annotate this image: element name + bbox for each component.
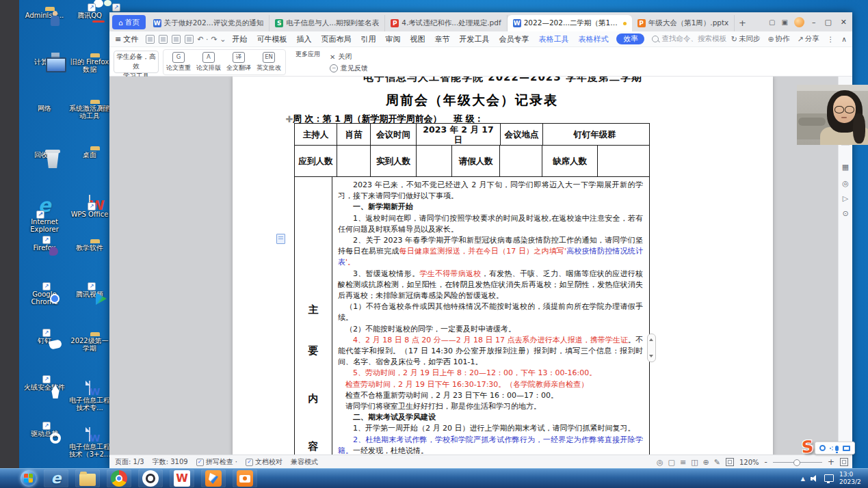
table-header-cell[interactable]: 实到人数 [371,146,417,176]
taskbar-button-screen-capture[interactable] [233,470,257,487]
maximize-button[interactable]: ▢ [823,18,832,27]
zoom-out-button[interactable]: - [765,457,767,467]
zoom-level[interactable]: 120% [739,459,759,466]
table-blank-cell[interactable] [598,146,645,176]
view-mode-icon-4[interactable]: ⊕ [703,458,709,467]
menu-action-分享[interactable]: ↗分享 [798,34,819,44]
options-dots-icon[interactable] [830,448,831,449]
redo-icon[interactable]: ↷ ⌄ [211,35,226,44]
page-scroll-pill[interactable] [647,334,656,362]
microphone-icon[interactable] [835,446,839,451]
table-blank-cell[interactable] [417,146,452,176]
avatar[interactable] [794,17,804,27]
menu-item-可牛模板[interactable]: 可牛模板 [252,34,291,44]
table-header-cell[interactable]: 会议时间 [371,124,417,145]
table-header-cell[interactable]: 应到人数 [295,146,337,176]
table-blank-cell[interactable] [500,146,542,176]
desktop-icon[interactable]: 计算机 [23,56,66,66]
save-icon[interactable] [146,35,155,44]
desktop-icon[interactable]: ↗ [93,10,135,12]
menu-item-表格样式[interactable]: 表格样式 [573,34,613,44]
desktop-icon[interactable]: 电子信息工程技术（3+2... [68,428,111,458]
table-header-cell[interactable]: 钉钉年级群 [543,124,646,145]
desktop-icon[interactable]: 网络 [23,103,66,112]
grid-icon[interactable]: ▣ [781,18,787,26]
document-tab-active[interactable]: W2022—202...二学期（第1周） [508,15,632,31]
taskbar-button-chrome[interactable] [107,470,131,487]
zoom-in-button[interactable]: + [828,457,834,467]
table-header-cell[interactable]: 肖苗 [337,124,371,145]
menu-item-表格工具[interactable]: 表格工具 [534,34,573,44]
more-menu-icon[interactable]: ⋮ [827,35,834,43]
new-tab-button[interactable]: + [735,15,750,31]
tab-home[interactable]: ⌂首页 [112,15,146,29]
statusbar-item[interactable]: ✓拼写检查 · [196,457,237,467]
menu-item-审阅[interactable]: 审阅 [380,34,405,44]
desktop-icon[interactable]: ↗驱动总裁 [23,428,66,437]
statusbar-item[interactable]: 兼容模式 [291,457,318,467]
ribbon-button-英文批改[interactable]: EN英文批改 [254,50,284,74]
statusbar-item[interactable]: 字数: 3109 [153,457,188,467]
menu-item-开始[interactable]: 开始 [227,34,252,44]
desktop-icon[interactable]: 旧的 Firefox 数据 [68,56,111,73]
table-header-cell[interactable]: 主持人 [295,124,337,145]
desktop-icon[interactable]: ↗Firefox [23,242,66,252]
undo-icon[interactable]: ↶ · [197,35,208,44]
menu-item-开发工具[interactable]: 开发工具 [454,34,494,44]
file-menu[interactable]: ≡文件 [109,34,144,44]
document-tab[interactable]: W关于做好202...评议党员的通知 [148,15,270,31]
menu-item-效率[interactable]: 效率 [616,33,644,44]
zoom-slider-knob[interactable] [793,459,800,466]
menu-action-协作[interactable]: ⊕协作 [767,34,789,44]
view-mode-icon-1[interactable]: ▢ [668,458,675,467]
menu-item-页面布局[interactable]: 页面布局 [316,34,356,44]
side-tool-icon-2[interactable]: ▷ [839,194,852,203]
tray-expand-icon[interactable]: ▲ [801,476,805,482]
document-tab[interactable]: P年级大会（第1周）.pptx [632,15,735,31]
desktop-icon[interactable]: ↗火绒安全软件 [23,381,66,391]
command-search[interactable]: 查找命令、搜索模板 [652,34,726,44]
table-header-cell[interactable]: 会议地点 [501,124,543,145]
tray-clock[interactable]: 13:0 2023/2 [839,471,868,486]
network-tray-icon[interactable] [824,474,834,482]
feedback-button[interactable]: −意见反馈 [330,64,368,73]
desktop-icon[interactable]: ↗钉钉 [23,335,66,344]
view-mode-icon-3[interactable]: ◫ [691,458,698,467]
document-tab[interactable]: P4.考试违纪和作...处理规定.pdf [385,15,507,31]
export-icon[interactable] [159,35,168,44]
desktop-icon[interactable]: ↗Google Chrome [23,288,66,306]
minimize-button[interactable]: – [811,18,817,27]
desktop-icon[interactable]: 回收站 [23,149,66,159]
desktop-icon[interactable]: ↗腾讯视频 [68,288,111,298]
statusbar-item[interactable]: ✓文档校对 [246,457,282,467]
view-mode-icon-0[interactable]: ◎ [657,458,663,467]
fullscreen-icon[interactable] [840,458,848,466]
recorder-logo[interactable]: S [802,438,814,456]
more-apps-button[interactable]: 更多应用 [293,50,323,59]
view-mode-icon-5[interactable]: ✎ [714,458,720,467]
paste-options-icon[interactable] [276,234,285,244]
side-tool-icon-3[interactable]: ⊙ [839,209,852,218]
meeting-record-table[interactable]: 主持人肖苗会议时间2023 年 2 月 17 日会议地点钉钉年级群 应到人数实到… [294,123,650,455]
ribbon-close-button[interactable]: ✕关闭 [330,52,352,62]
menu-item-引用[interactable]: 引用 [356,34,380,44]
taskbar-button-ie[interactable]: e [44,470,68,487]
layout-icon[interactable]: ▢ [769,18,775,26]
start-button[interactable] [21,470,37,487]
preview-icon[interactable] [185,35,194,44]
zoom-slider[interactable] [773,462,822,463]
table-header-cell[interactable]: 缺席人数 [542,146,598,176]
menu-item-视图[interactable]: 视图 [405,34,430,44]
document-page[interactable]: 电子信息与人工智能学院 2022—2023 学年度第二学期 周前会（年级大会）记… [233,77,773,455]
main-content-cell[interactable]: 2023 年已来，不知不觉已经进入 2 月下旬，同学们即将迈入大一下学期展开新的… [332,177,649,455]
desktop-icon[interactable]: Administr... [23,10,66,19]
menu-item-章节[interactable]: 章节 [430,34,454,44]
side-tool-icon-0[interactable]: ▦ [839,163,852,172]
taskbar-button-file-explorer[interactable] [75,470,100,487]
side-tool-icon-1[interactable]: ◎ [839,179,852,188]
volume-icon[interactable] [811,474,819,483]
print-icon[interactable] [172,35,181,44]
table-blank-cell[interactable] [337,146,371,176]
taskbar-button-wps[interactable] [170,470,194,487]
statusbar-item[interactable]: 页面: 1/3 [115,457,144,467]
